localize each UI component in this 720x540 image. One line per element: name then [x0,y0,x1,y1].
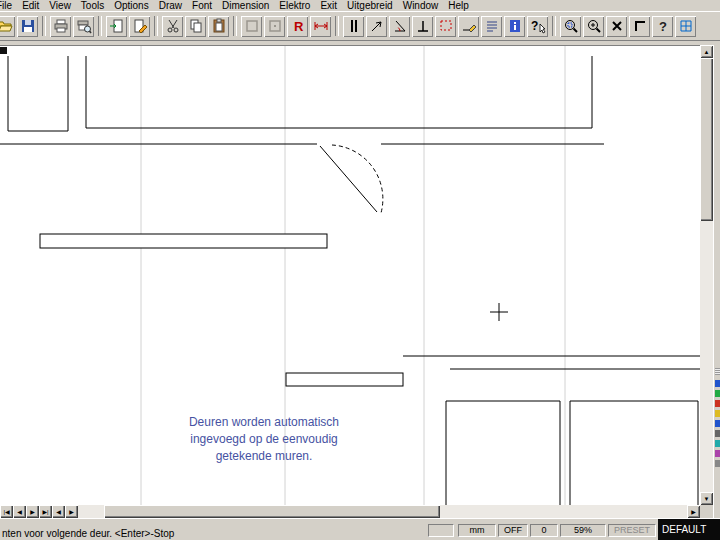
scroll-right-button[interactable]: ▶ [687,505,700,518]
annotation-line-2: ingevoegd op de eenvoudig [124,431,404,448]
print-button[interactable] [50,16,71,37]
perpendicular-icon [415,18,431,34]
menu-item-elektro[interactable]: Elektro [274,0,315,11]
svg-text:?: ? [659,19,667,34]
docked-icon-2[interactable] [715,390,720,397]
docked-lines-icon[interactable] [715,368,720,375]
sheet-nav-button-5[interactable]: ▶ [65,505,78,518]
drawing-canvas[interactable]: Deuren worden automatisch ingevoegd op d… [0,45,700,506]
door-symbol[interactable] [320,145,383,213]
frame-icon [244,18,260,34]
selection-window-button[interactable] [435,16,456,37]
tutorial-annotation: Deuren worden automatisch ingevoegd op d… [124,414,404,465]
help-cursor-icon: ? [530,18,546,34]
toolbar-separator [552,16,556,36]
sheet-nav-buttons[interactable]: |◀◀▶▶|◀▶ [0,505,78,518]
save-button[interactable] [17,16,38,37]
docked-icon-4[interactable] [715,410,720,417]
status-ortho-toggle[interactable]: OFF [498,524,528,537]
docked-icon-9[interactable] [715,460,720,467]
menu-item-file[interactable]: File [0,0,17,11]
docked-icon-3[interactable] [715,400,720,407]
erase-button[interactable] [606,16,627,37]
print-icon [53,18,69,34]
menu-item-exit[interactable]: Exit [315,0,342,11]
menu-item-view[interactable]: View [44,0,76,11]
parallel-lines-icon [346,18,362,34]
parallel-lines-button[interactable] [343,16,364,37]
line-list-button[interactable] [481,16,502,37]
horizontal-scrollbar[interactable]: ▶ [0,505,700,518]
zoom-scale-button[interactable] [583,16,604,37]
docked-icon-5[interactable] [715,420,720,427]
list-lines-icon [484,18,500,34]
open-folder-icon [0,18,13,34]
vertical-scrollbar[interactable]: ▲ ▼ [700,45,713,505]
docked-icon-7[interactable] [715,440,720,447]
toolbar-separator [42,16,46,36]
status-zoom-field[interactable]: 59% [560,524,606,537]
menu-item-font[interactable]: Font [187,0,217,11]
sheet-nav-button-4[interactable]: ◀ [52,505,65,518]
door-swing-arc[interactable] [332,145,383,213]
sheet-nav-button-2[interactable]: ▶ [26,505,39,518]
help-button[interactable]: ? [652,16,673,37]
menu-item-help[interactable]: Help [443,0,474,11]
info-button[interactable] [504,16,525,37]
status-units-field[interactable]: mm [458,524,496,537]
menu-item-uitgebreid[interactable]: Uitgebreid [342,0,398,11]
red-dimension-icon [313,18,329,34]
save-floppy-icon [20,18,36,34]
menu-item-dimension[interactable]: Dimension [217,0,274,11]
scroll-up-button[interactable]: ▲ [700,45,713,58]
sheet-nav-button-3[interactable]: ▶| [39,505,52,518]
open-button[interactable] [0,16,15,37]
grid-tool-button[interactable] [675,16,696,37]
status-preset-field[interactable]: PRESET FIT [608,524,656,537]
cut-button[interactable] [162,16,183,37]
copy-button[interactable] [185,16,206,37]
corner-frame-button[interactable] [629,16,650,37]
import-page-button[interactable] [106,16,127,37]
menu-item-options[interactable]: Options [109,0,153,11]
menu-item-tools[interactable]: Tools [76,0,109,11]
door-leaf[interactable] [320,146,377,212]
sheet-nav-button-1[interactable]: ◀ [13,505,26,518]
menu-item-window[interactable]: Window [398,0,444,11]
paste-button[interactable] [208,16,229,37]
vertical-scroll-thumb[interactable] [700,58,713,221]
redline-symbol-button[interactable]: R [287,16,308,37]
context-help-button[interactable]: ? [527,16,548,37]
status-count-field: 0 [530,524,558,537]
draw-line-button[interactable] [458,16,479,37]
red-dimension-button[interactable] [310,16,331,37]
angle-snap-button[interactable] [389,16,410,37]
main-toolbar: R ? ? [0,11,720,41]
copy-icon [188,18,204,34]
snap-direction-button[interactable] [366,16,387,37]
menu-item-edit[interactable]: Edit [17,0,44,11]
print-preview-button[interactable] [73,16,94,37]
scroll-down-button[interactable]: ▼ [700,492,713,505]
frame-b-button[interactable] [264,16,285,37]
toolbar-separator [335,16,339,36]
edit-page-button[interactable] [129,16,150,37]
docked-icon-8[interactable] [715,450,720,457]
horizontal-scroll-thumb[interactable] [104,505,440,518]
print-preview-icon [76,18,92,34]
scrollbar-corner [700,505,713,518]
status-layer-field[interactable]: DEFAULT [658,519,720,540]
status-spare-field [428,524,454,537]
docked-icon-6[interactable] [715,430,720,437]
partial-icon [0,47,7,54]
docked-icon-1[interactable] [715,380,720,387]
perpendicular-snap-button[interactable] [412,16,433,37]
arrow-ne-icon [369,18,385,34]
sheet-nav-button-0[interactable]: |◀ [0,505,13,518]
frame-a-button[interactable] [241,16,262,37]
zoom-window-button[interactable] [560,16,581,37]
menu-item-draw[interactable]: Draw [154,0,187,11]
page-import-icon [109,18,125,34]
red-dashed-rect-icon [438,18,454,34]
zoom-scale-icon [586,18,602,34]
